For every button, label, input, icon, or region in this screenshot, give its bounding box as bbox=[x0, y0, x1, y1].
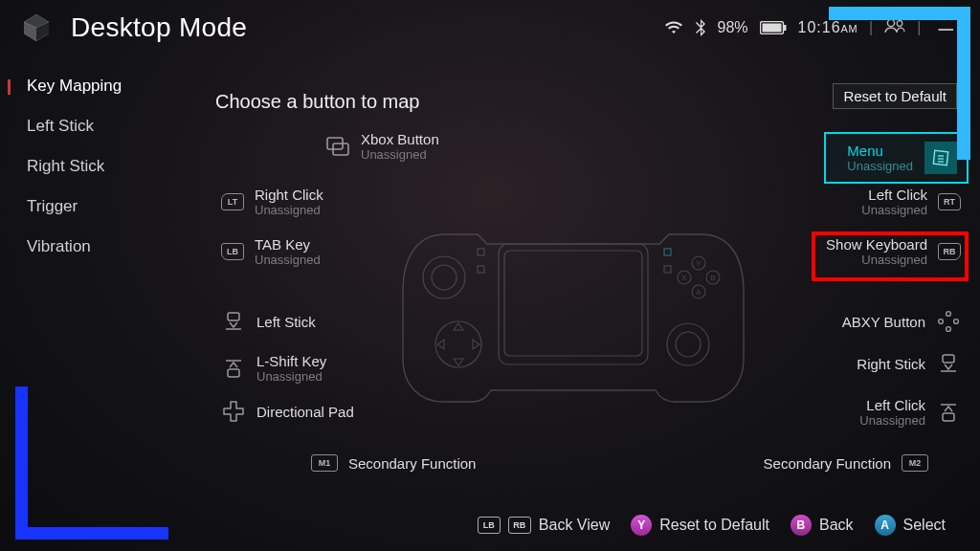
lb-badge-icon: LB bbox=[221, 243, 244, 260]
y-button-icon: Y bbox=[631, 515, 652, 536]
mapping-grid: Xbox ButtonUnassigned MenuUnassigned LT … bbox=[215, 129, 957, 473]
page-title: Desktop Mode bbox=[71, 12, 247, 43]
battery-icon bbox=[760, 21, 787, 34]
sidebar-item-key-mapping[interactable]: Key Mapping bbox=[19, 77, 182, 96]
menu-icon bbox=[924, 142, 957, 174]
svg-point-17 bbox=[947, 312, 951, 317]
svg-point-33 bbox=[435, 321, 481, 367]
dpad-icon bbox=[221, 401, 246, 422]
stick-down-icon bbox=[936, 353, 961, 374]
svg-rect-28 bbox=[499, 244, 648, 364]
svg-rect-42 bbox=[664, 249, 671, 255]
sidebar-item-left-stick[interactable]: Left Stick bbox=[19, 117, 182, 136]
sidebar-item-vibration[interactable]: Vibration bbox=[19, 237, 182, 256]
abxy-icon bbox=[936, 311, 961, 332]
hint-back-view: LB RB Back View bbox=[478, 517, 610, 534]
slot-lb[interactable]: LB TAB KeyUnassigned bbox=[221, 236, 321, 267]
divider: | bbox=[917, 19, 921, 36]
clock-time: 10:16AM bbox=[798, 19, 858, 36]
people-icon[interactable] bbox=[884, 18, 905, 37]
slot-m1[interactable]: M1 Secondary Function bbox=[311, 454, 476, 472]
svg-point-31 bbox=[667, 323, 709, 365]
a-button-icon: A bbox=[875, 515, 896, 536]
m1-badge-icon: M1 bbox=[311, 454, 338, 472]
rb-badge-icon: RB bbox=[508, 517, 531, 534]
reset-to-default-button[interactable]: Reset to Default bbox=[833, 83, 957, 109]
svg-point-19 bbox=[939, 320, 944, 324]
stick-up-icon bbox=[221, 358, 246, 379]
svg-rect-26 bbox=[943, 413, 954, 421]
slot-left-stick[interactable]: Left Stick bbox=[221, 311, 316, 332]
svg-point-8 bbox=[897, 21, 902, 27]
svg-rect-22 bbox=[228, 369, 239, 377]
hint-select: A Select bbox=[875, 515, 946, 536]
slot-rb[interactable]: RB Show KeyboardUnassigned bbox=[826, 236, 961, 267]
svg-point-32 bbox=[676, 332, 701, 357]
slot-m2[interactable]: M2 Secondary Function bbox=[764, 454, 928, 472]
bluetooth-icon bbox=[695, 19, 706, 36]
slot-lt[interactable]: LT Right ClickUnassigned bbox=[221, 187, 323, 217]
svg-text:B: B bbox=[710, 274, 715, 282]
svg-rect-45 bbox=[478, 266, 484, 273]
stick-up-icon bbox=[936, 402, 961, 423]
svg-rect-11 bbox=[933, 150, 947, 165]
wifi-icon bbox=[664, 20, 683, 35]
view-icon bbox=[325, 136, 350, 157]
svg-rect-6 bbox=[784, 25, 787, 31]
main-panel: Choose a button to map Reset to Default … bbox=[215, 91, 957, 501]
svg-point-29 bbox=[423, 256, 465, 298]
slot-xbox-button[interactable]: Xbox ButtonUnassigned bbox=[325, 131, 439, 162]
svg-point-30 bbox=[432, 265, 457, 290]
svg-rect-43 bbox=[478, 249, 484, 255]
svg-point-20 bbox=[954, 320, 959, 324]
svg-rect-5 bbox=[762, 24, 781, 33]
sidebar-item-right-stick[interactable]: Right Stick bbox=[19, 157, 182, 176]
svg-text:Y: Y bbox=[696, 259, 702, 268]
slot-rt[interactable]: RT Left ClickUnassigned bbox=[861, 187, 961, 217]
lt-badge-icon: LT bbox=[221, 193, 244, 210]
lb-badge-icon: LB bbox=[478, 517, 501, 534]
slot-dpad[interactable]: Directional Pad bbox=[221, 401, 354, 422]
battery-pct: 98% bbox=[718, 19, 748, 36]
slot-lshift[interactable]: L-Shift KeyUnassigned bbox=[221, 353, 326, 384]
m2-badge-icon: M2 bbox=[902, 454, 928, 472]
app-logo-icon bbox=[21, 12, 52, 43]
rb-badge-icon: RB bbox=[938, 243, 961, 260]
svg-text:X: X bbox=[681, 274, 687, 282]
svg-rect-27 bbox=[504, 251, 642, 356]
svg-text:A: A bbox=[696, 288, 702, 297]
device-outline-icon: YAXB bbox=[391, 220, 755, 416]
footer-hints: LB RB Back View Y Reset to Default B Bac… bbox=[0, 507, 980, 543]
top-bar: Desktop Mode 98% 10:16AM | | – bbox=[0, 0, 980, 55]
divider: | bbox=[869, 19, 873, 36]
hint-back: B Back bbox=[791, 515, 854, 536]
svg-rect-23 bbox=[943, 355, 954, 363]
stick-down-icon bbox=[221, 311, 246, 332]
status-tray: 98% 10:16AM | | – bbox=[664, 18, 959, 37]
slot-abxy[interactable]: ABXY Button bbox=[842, 311, 961, 332]
sidebar: Key Mapping Left Stick Right Stick Trigg… bbox=[19, 77, 182, 256]
slot-tr2[interactable]: Left ClickUnassigned bbox=[859, 397, 961, 428]
slot-right-stick[interactable]: Right Stick bbox=[857, 353, 961, 374]
svg-rect-15 bbox=[228, 313, 239, 320]
svg-point-18 bbox=[947, 327, 951, 332]
slot-menu-button[interactable]: MenuUnassigned bbox=[824, 132, 969, 184]
b-button-icon: B bbox=[791, 515, 812, 536]
sidebar-item-trigger[interactable]: Trigger bbox=[19, 197, 182, 216]
svg-rect-44 bbox=[664, 266, 671, 273]
hint-reset: Y Reset to Default bbox=[631, 515, 769, 536]
svg-point-7 bbox=[888, 19, 895, 26]
rt-badge-icon: RT bbox=[938, 193, 961, 210]
